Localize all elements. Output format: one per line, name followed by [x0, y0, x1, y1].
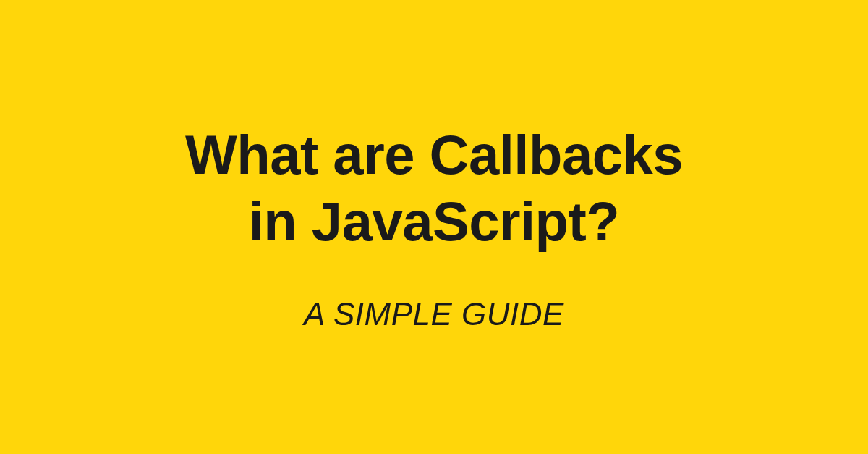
- page-subtitle: A SIMPLE GUIDE: [304, 296, 564, 332]
- title-line-2: in JavaScript?: [249, 190, 620, 252]
- page-title: What are Callbacks in JavaScript?: [185, 122, 683, 253]
- title-line-1: What are Callbacks: [185, 124, 683, 185]
